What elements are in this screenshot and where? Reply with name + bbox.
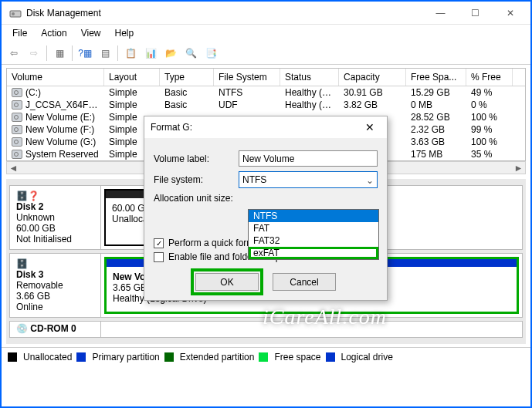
dialog-close-button[interactable]: ✕ — [359, 121, 381, 133]
col-layout[interactable]: Layout — [104, 69, 160, 86]
layout-icon[interactable]: ▦ — [50, 44, 69, 62]
app-icon — [9, 7, 22, 19]
volume-label-input[interactable] — [239, 150, 378, 167]
disk-size: 60.00 GB — [16, 223, 94, 234]
filesystem-dropdown: NTFS FAT FAT32 exFAT — [248, 209, 379, 260]
col-percentfree[interactable]: % Free — [466, 69, 513, 86]
menubar: File Action View Help — [2, 25, 530, 42]
chevron-down-icon: ⌄ — [366, 175, 374, 186]
help-icon[interactable]: ?▦ — [76, 44, 94, 62]
menu-help[interactable]: Help — [109, 26, 141, 40]
menu-action[interactable]: Action — [35, 26, 73, 40]
open-icon[interactable]: 📂 — [161, 44, 180, 62]
option-ntfs[interactable]: NTFS — [249, 210, 378, 222]
col-status[interactable]: Status — [280, 69, 339, 86]
toolbar: ⇦ ⇨ ▦ ?▦ ▤ 📋 📊 📂 🔍 📑 — [2, 42, 530, 65]
close-button[interactable]: ✕ — [493, 2, 527, 24]
cd-icon: 💿 — [16, 323, 28, 334]
col-type[interactable]: Type — [160, 69, 214, 86]
format-dialog: Format G: ✕ Volume label: File system: N… — [144, 116, 388, 301]
disk-init: Not Initialised — [16, 234, 94, 244]
table-row[interactable]: J_CCSA_X64FRE_E...SimpleBasicUDFHealthy … — [7, 99, 525, 111]
disk-icon: 🗄️ — [16, 258, 94, 269]
disk-status: Unknown — [16, 212, 94, 223]
col-freespace[interactable]: Free Spa... — [406, 69, 466, 86]
svg-point-1 — [12, 12, 15, 15]
window-title: Disk Management — [26, 8, 423, 19]
minimize-button[interactable]: — — [423, 2, 458, 24]
search-icon[interactable]: 🔍 — [181, 44, 200, 62]
back-button[interactable]: ⇦ — [5, 44, 23, 62]
col-filesystem[interactable]: File System — [214, 69, 280, 86]
col-capacity[interactable]: Capacity — [339, 69, 406, 86]
action-icon[interactable]: 📊 — [141, 44, 160, 62]
legend: Unallocated Primary partition Extended p… — [2, 347, 530, 366]
quick-format-checkbox[interactable]: ✓ — [154, 238, 164, 248]
refresh-icon[interactable]: 📋 — [121, 44, 140, 62]
maximize-button[interactable]: ☐ — [458, 2, 493, 24]
table-row[interactable]: (C:)SimpleBasicNTFSHealthy (B...30.91 GB… — [7, 86, 525, 99]
disk-size: 3.66 GB — [16, 291, 94, 302]
disk-init: Online — [16, 302, 94, 312]
properties-icon[interactable]: 📑 — [202, 44, 220, 62]
disk-status: Removable — [16, 280, 94, 291]
allocation-label: Allocation unit size: — [154, 193, 239, 204]
filesystem-select[interactable]: NTFS ⌄ — [239, 171, 378, 188]
menu-file[interactable]: File — [6, 26, 33, 40]
option-exfat[interactable]: exFAT — [249, 247, 378, 259]
option-fat[interactable]: FAT — [249, 222, 378, 234]
titlebar: Disk Management — ☐ ✕ — [2, 2, 530, 25]
compression-checkbox[interactable] — [154, 252, 164, 262]
option-fat32[interactable]: FAT32 — [249, 234, 378, 247]
ok-button[interactable]: OK — [195, 273, 259, 291]
disk-name: Disk 2 — [16, 201, 94, 212]
dialog-title: Format G: — [151, 122, 359, 133]
cancel-button[interactable]: Cancel — [273, 273, 336, 291]
grid-header: Volume Layout Type File System Status Ca… — [7, 69, 525, 86]
disk-name: Disk 3 — [16, 269, 94, 280]
disk-icon: 🗄️❓ — [16, 191, 94, 201]
menu-view[interactable]: View — [75, 26, 107, 40]
cdrom-row[interactable]: 💿 CD-ROM 0 — [9, 321, 523, 338]
filesystem-label: File system: — [154, 174, 239, 185]
volume-label-label: Volume label: — [154, 153, 239, 164]
view-icon[interactable]: ▤ — [96, 44, 114, 62]
forward-button[interactable]: ⇨ — [25, 44, 43, 62]
col-volume[interactable]: Volume — [7, 69, 104, 86]
cd-name: CD-ROM 0 — [30, 323, 76, 334]
